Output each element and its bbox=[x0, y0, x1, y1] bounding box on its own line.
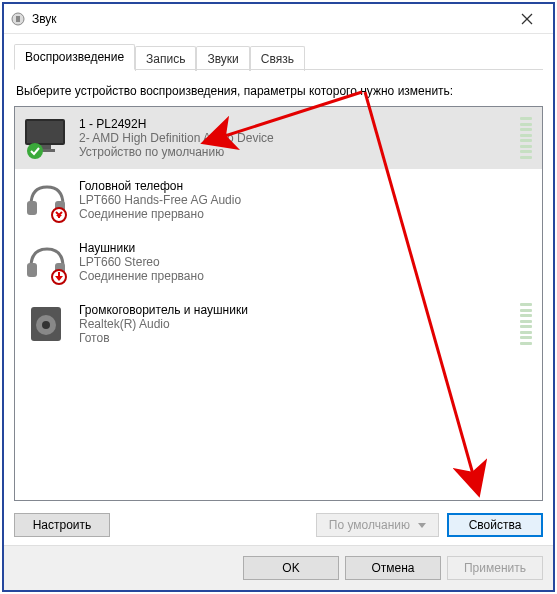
tab-content: Выберите устройство воспроизведения, пар… bbox=[4, 70, 553, 545]
instruction-text: Выберите устройство воспроизведения, пар… bbox=[16, 84, 541, 98]
device-name: Наушники bbox=[79, 241, 536, 255]
level-meter bbox=[520, 303, 532, 345]
device-driver: LPT660 Stereo bbox=[79, 255, 536, 269]
device-list[interactable]: 1 - PL2492H 2- AMD High Definition Audio… bbox=[14, 106, 543, 501]
configure-button[interactable]: Настроить bbox=[14, 513, 110, 537]
device-status: Соединение прервано bbox=[79, 207, 536, 221]
device-text: 1 - PL2492H 2- AMD High Definition Audio… bbox=[79, 117, 520, 159]
button-label: OK bbox=[282, 561, 299, 575]
device-driver: 2- AMD High Definition Audio Device bbox=[79, 131, 520, 145]
svg-rect-17 bbox=[58, 272, 60, 277]
device-item[interactable]: 1 - PL2492H 2- AMD High Definition Audio… bbox=[15, 107, 542, 169]
button-label: Свойства bbox=[469, 518, 522, 532]
set-default-button: По умолчанию bbox=[316, 513, 439, 537]
device-name: 1 - PL2492H bbox=[79, 117, 520, 131]
dialog-footer: OK Отмена Применить bbox=[4, 545, 553, 590]
lower-button-row: Настроить По умолчанию Свойства bbox=[14, 513, 543, 537]
headphones-icon bbox=[21, 239, 71, 285]
titlebar: Звук bbox=[4, 4, 553, 34]
tab-label: Запись bbox=[146, 52, 185, 66]
close-icon bbox=[521, 13, 533, 25]
speaker-icon bbox=[21, 301, 71, 347]
button-label: Применить bbox=[464, 561, 526, 575]
device-driver: LPT660 Hands-Free AG Audio bbox=[79, 193, 536, 207]
sound-icon bbox=[10, 11, 26, 27]
device-name: Головной телефон bbox=[79, 179, 536, 193]
device-text: Головной телефон LPT660 Hands-Free AG Au… bbox=[79, 179, 536, 221]
level-meter bbox=[520, 117, 532, 159]
device-item[interactable]: Наушники LPT660 Stereo Соединение прерва… bbox=[15, 231, 542, 293]
tab-label: Воспроизведение bbox=[25, 50, 124, 64]
tab-recording[interactable]: Запись bbox=[135, 46, 196, 71]
svg-point-20 bbox=[42, 321, 50, 329]
device-status: Устройство по умолчанию bbox=[79, 145, 520, 159]
tab-label: Связь bbox=[261, 52, 294, 66]
button-label: По умолчанию bbox=[329, 518, 410, 532]
cancel-button[interactable]: Отмена bbox=[345, 556, 441, 580]
tab-label: Звуки bbox=[207, 52, 238, 66]
apply-button: Применить bbox=[447, 556, 543, 580]
svg-point-8 bbox=[27, 143, 43, 159]
svg-rect-1 bbox=[16, 16, 20, 22]
tab-strip: Воспроизведение Запись Звуки Связь bbox=[4, 34, 553, 70]
ok-button[interactable]: OK bbox=[243, 556, 339, 580]
button-label: Отмена bbox=[371, 561, 414, 575]
monitor-icon bbox=[21, 115, 71, 161]
device-item[interactable]: Головной телефон LPT660 Hands-Free AG Au… bbox=[15, 169, 542, 231]
device-text: Громкоговоритель и наушники Realtek(R) A… bbox=[79, 303, 520, 345]
device-status: Соединение прервано bbox=[79, 269, 536, 283]
device-name: Громкоговоритель и наушники bbox=[79, 303, 520, 317]
window-title: Звук bbox=[32, 12, 507, 26]
svg-rect-5 bbox=[27, 121, 63, 143]
svg-rect-13 bbox=[27, 263, 37, 277]
headset-icon bbox=[21, 177, 71, 223]
window: Звук Воспроизведение Запись Звуки Связь … bbox=[2, 2, 555, 592]
tab-communications[interactable]: Связь bbox=[250, 46, 305, 71]
close-button[interactable] bbox=[507, 5, 547, 33]
device-text: Наушники LPT660 Stereo Соединение прерва… bbox=[79, 241, 536, 283]
svg-rect-9 bbox=[27, 201, 37, 215]
properties-button[interactable]: Свойства bbox=[447, 513, 543, 537]
device-driver: Realtek(R) Audio bbox=[79, 317, 520, 331]
device-item[interactable]: Громкоговоритель и наушники Realtek(R) A… bbox=[15, 293, 542, 355]
button-label: Настроить bbox=[33, 518, 92, 532]
tab-playback[interactable]: Воспроизведение bbox=[14, 44, 135, 70]
tab-sounds[interactable]: Звуки bbox=[196, 46, 249, 71]
device-status: Готов bbox=[79, 331, 520, 345]
